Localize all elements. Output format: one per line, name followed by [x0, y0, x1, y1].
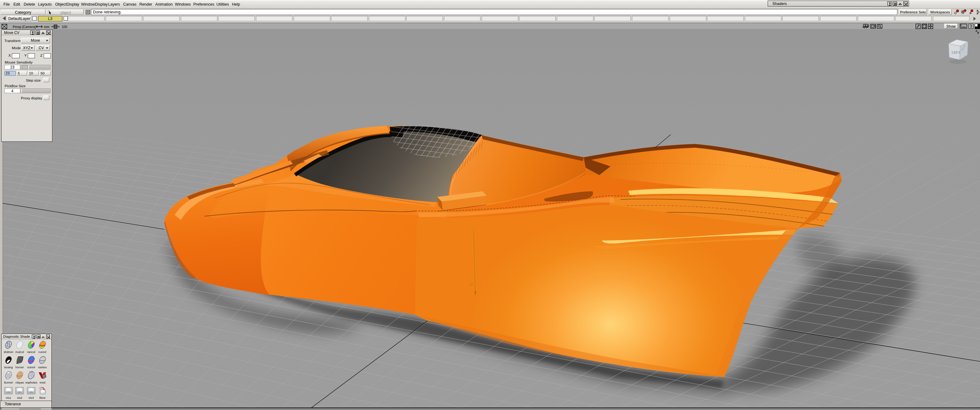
svg-text:LEFT: LEFT [951, 51, 960, 54]
